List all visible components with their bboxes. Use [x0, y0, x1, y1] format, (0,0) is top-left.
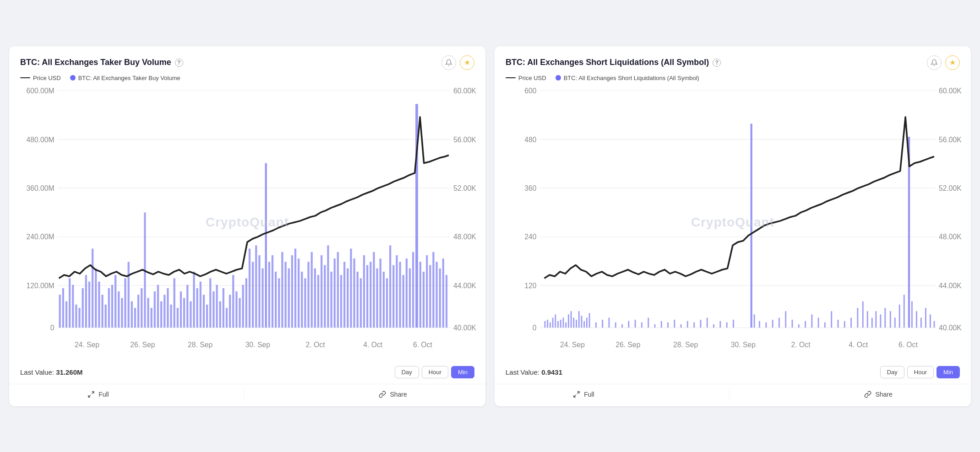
svg-rect-27	[65, 301, 67, 328]
svg-rect-106	[324, 265, 326, 328]
card2-share-icon	[864, 391, 871, 398]
svg-rect-235	[890, 311, 891, 328]
svg-rect-207	[713, 324, 714, 327]
svg-rect-171	[544, 321, 546, 327]
card2-share-button[interactable]: Share	[864, 391, 892, 398]
svg-rect-199	[661, 321, 662, 327]
svg-rect-243	[925, 307, 926, 327]
svg-rect-198	[654, 324, 656, 327]
svg-rect-227	[850, 317, 852, 328]
svg-rect-117	[360, 278, 362, 328]
card1-chart-area: CryptoQuant 600.00M 480.00M 360.00M 240.…	[18, 84, 476, 361]
svg-rect-196	[641, 322, 642, 328]
svg-rect-73	[216, 285, 218, 327]
svg-text:600: 600	[524, 87, 536, 95]
card2-question-icon[interactable]: ?	[713, 59, 721, 67]
card1-question-icon[interactable]: ?	[175, 59, 183, 67]
card2-hour-button[interactable]: Hour	[907, 366, 934, 378]
card1-day-button[interactable]: Day	[395, 366, 419, 378]
svg-rect-121	[373, 252, 375, 327]
svg-rect-136	[423, 271, 425, 327]
card1-min-button[interactable]: Min	[451, 366, 474, 378]
card2-last-value-label: Last Value:	[506, 368, 539, 376]
card2-full-button[interactable]: Full	[573, 391, 594, 398]
svg-rect-208	[719, 321, 721, 327]
svg-rect-126	[389, 245, 391, 328]
svg-text:4. Oct: 4. Oct	[849, 341, 868, 349]
svg-rect-94	[284, 262, 286, 328]
svg-text:26. Sep: 26. Sep	[615, 341, 640, 349]
svg-rect-176	[557, 321, 559, 327]
svg-text:2. Oct: 2. Oct	[306, 341, 325, 349]
svg-rect-29	[72, 285, 74, 327]
card2-title-group: BTC: All Exchanges Short Liquidations (A…	[506, 58, 721, 67]
card2-action-divider	[729, 390, 730, 399]
card1-hour-button[interactable]: Hour	[422, 366, 448, 378]
svg-rect-113	[347, 268, 348, 327]
svg-rect-120	[370, 262, 371, 328]
svg-rect-63	[183, 298, 185, 328]
card1-star-button[interactable]: ★	[460, 55, 474, 70]
svg-rect-130	[403, 275, 404, 328]
svg-rect-221	[811, 314, 812, 328]
svg-rect-224	[831, 311, 832, 328]
svg-line-247	[574, 395, 576, 397]
svg-rect-187	[586, 317, 588, 328]
svg-rect-209	[726, 322, 728, 328]
svg-rect-65	[190, 301, 191, 328]
card2-legend-liq: BTC: All Exchanges Short Liquidations (A…	[555, 75, 699, 81]
card2-last-value-number: 0.9431	[541, 368, 562, 376]
card1-full-button[interactable]: Full	[87, 391, 109, 398]
svg-text:6. Oct: 6. Oct	[413, 341, 432, 349]
svg-rect-107	[327, 245, 329, 328]
svg-text:2. Oct: 2. Oct	[791, 341, 811, 349]
card2-day-button[interactable]: Day	[880, 366, 904, 378]
card1-bell-button[interactable]	[441, 55, 456, 70]
svg-rect-119	[366, 265, 368, 328]
svg-rect-222	[818, 317, 819, 328]
svg-rect-84	[252, 262, 254, 328]
svg-text:24. Sep: 24. Sep	[75, 341, 99, 349]
svg-rect-79	[235, 291, 237, 328]
card1-legend-dot	[70, 75, 76, 81]
svg-text:360.00M: 360.00M	[26, 184, 54, 192]
svg-rect-195	[635, 319, 636, 327]
svg-text:600.00M: 600.00M	[26, 87, 54, 95]
svg-rect-71	[209, 278, 211, 328]
svg-rect-186	[583, 321, 585, 327]
svg-rect-108	[330, 271, 332, 327]
svg-rect-114	[350, 248, 352, 328]
svg-rect-230	[867, 311, 868, 328]
svg-rect-202	[681, 324, 682, 327]
svg-rect-33	[85, 275, 87, 328]
svg-rect-37	[98, 281, 100, 328]
svg-rect-102	[311, 252, 313, 327]
svg-rect-96	[291, 255, 293, 327]
svg-rect-241	[916, 311, 917, 328]
svg-rect-138	[429, 265, 431, 328]
card2-bell-button[interactable]	[927, 55, 942, 70]
svg-text:48.00K: 48.00K	[453, 233, 476, 241]
card2-legend-dot	[555, 75, 561, 81]
svg-rect-179	[565, 322, 566, 328]
svg-rect-139	[432, 252, 434, 327]
svg-rect-141	[439, 268, 441, 327]
card1-actions: Full Share	[9, 384, 485, 406]
svg-rect-69	[203, 295, 205, 328]
svg-rect-60	[174, 278, 175, 328]
svg-rect-112	[343, 262, 345, 328]
svg-rect-188	[589, 313, 590, 328]
svg-rect-25	[59, 295, 61, 328]
svg-rect-189	[595, 322, 597, 328]
card1-share-label: Share	[390, 391, 407, 398]
svg-text:56.00K: 56.00K	[453, 135, 476, 143]
card1-share-button[interactable]: Share	[379, 391, 407, 398]
svg-rect-182	[573, 317, 574, 328]
svg-text:120: 120	[524, 281, 536, 289]
card1-last-value: Last Value: 31.260M	[20, 368, 83, 376]
svg-rect-115	[353, 258, 355, 328]
svg-rect-175	[555, 314, 556, 328]
card2-star-button[interactable]: ★	[945, 55, 960, 70]
svg-rect-229	[862, 301, 864, 328]
card2-min-button[interactable]: Min	[936, 366, 960, 378]
